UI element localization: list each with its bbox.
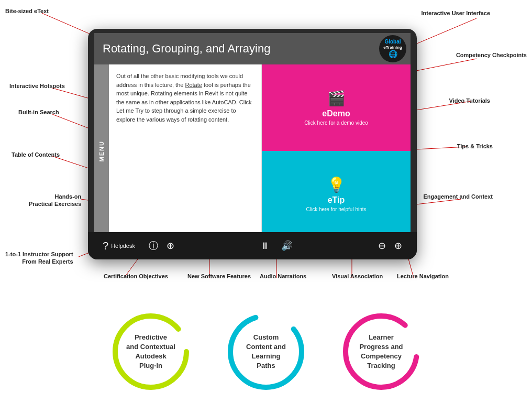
logo-line2: eTraining <box>383 45 402 50</box>
lecture-nav-label: Lecture Navigation <box>397 273 449 280</box>
next-icon: ⊕ <box>394 240 402 252</box>
instructor-label: 1-to-1 Instructor SupportFrom Real Exper… <box>5 250 73 266</box>
screen-content: MENU Out of all the other basic modifyin… <box>94 64 411 237</box>
edemo-icon: 🎬 <box>327 90 346 107</box>
video-tutorials-label: Video Tutorials <box>449 97 490 104</box>
right-tiles: 🎬 eDemo Click here for a demo video 💡 eT… <box>262 64 411 237</box>
logo-globe: 🌐 <box>389 50 397 59</box>
svg-line-12 <box>416 59 476 71</box>
circles-section: Predictiveand ContextualAutodeskPlug-in … <box>0 310 532 394</box>
competency-label: Competency Checkpoints <box>456 51 527 59</box>
new-software-label: New Software Features <box>187 273 251 280</box>
helpdesk-label: Helpdesk <box>111 243 135 249</box>
body-text: Out of all the other basic modifying too… <box>116 72 254 124</box>
audio-icon: 🔊 <box>281 240 293 252</box>
svg-line-11 <box>408 18 476 47</box>
next-button[interactable]: ⊕ <box>390 240 406 252</box>
prev-icon: ⊖ <box>378 240 386 252</box>
search-label: Built-in Search <box>18 108 59 116</box>
info-icon: ⓘ <box>149 239 158 252</box>
visual-label: Visual Association <box>332 273 383 280</box>
question-icon: ? <box>103 240 108 252</box>
audio-label: Audio Narrations <box>260 273 306 280</box>
add-button[interactable]: ⊕ <box>162 240 179 252</box>
etip-sub: Click here for helpful hints <box>306 206 366 212</box>
edemo-tile[interactable]: 🎬 eDemo Click here for a demo video <box>262 64 411 151</box>
menu-tab[interactable]: MENU <box>94 64 109 237</box>
circle-custom: CustomContent andLearningPaths <box>224 310 308 394</box>
engagement-label: Engagement and Context <box>423 193 493 200</box>
circle-custom-text: CustomContent andLearningPaths <box>241 328 291 376</box>
etip-icon: 💡 <box>327 176 346 193</box>
interactive-ui-label: Interactive User Interface <box>422 9 490 17</box>
screen-area: Rotating, Grouping, and Arraying Global … <box>94 33 411 237</box>
circle-predictive-text: Predictiveand ContextualAutodeskPlug-in <box>121 328 181 376</box>
handson-label: Hands-onPractical Exercises <box>29 193 81 208</box>
etip-tile[interactable]: 💡 eTip Click here for helpful hints <box>262 151 411 237</box>
pause-button[interactable]: ⏸ <box>256 241 274 252</box>
global-logo: Global eTraining 🌐 <box>379 35 406 62</box>
bottom-bar: ? Helpdesk ⓘ ⊕ ⏸ 🔊 ⊖ <box>88 232 417 259</box>
etip-title: eTip <box>328 195 345 205</box>
pause-icon: ⏸ <box>260 241 270 252</box>
prev-button[interactable]: ⊖ <box>374 240 390 252</box>
logo-line1: Global <box>384 39 401 45</box>
circle-learner: LearnerProgress andCompetencyTracking <box>339 310 423 394</box>
helpdesk-button[interactable]: ? Helpdesk <box>98 240 139 252</box>
edemo-title: eDemo <box>322 109 350 118</box>
text-panel: Out of all the other basic modifying too… <box>109 64 262 237</box>
device-wrapper: Rotating, Grouping, and Arraying Global … <box>88 29 418 265</box>
toc-label: Table of Contents <box>12 151 60 158</box>
certification-button[interactable]: ⓘ <box>145 239 162 252</box>
rotate-link[interactable]: Rotate <box>185 82 202 88</box>
device-outer: Rotating, Grouping, and Arraying Global … <box>88 29 417 259</box>
screen-title: Rotating, Grouping, and Arraying <box>103 42 402 56</box>
edemo-sub: Click here for a demo video <box>304 120 368 126</box>
audio-button[interactable]: 🔊 <box>277 240 297 252</box>
menu-tab-label: MENU <box>98 140 105 161</box>
certification-label: Certification Objectives <box>104 273 168 280</box>
tips-tricks-label: Tips & Tricks <box>457 143 493 150</box>
screen-header: Rotating, Grouping, and Arraying Global … <box>94 33 411 64</box>
plus-icon: ⊕ <box>167 240 174 252</box>
media-controls: ⏸ 🔊 <box>256 240 297 252</box>
bite-sized-label: Bite-sized eText <box>5 7 49 15</box>
hotspots-label: Interactive Hotspots <box>9 82 65 90</box>
circle-learner-text: LearnerProgress andCompetencyTracking <box>354 328 408 376</box>
circle-predictive: Predictiveand ContextualAutodeskPlug-in <box>109 310 193 394</box>
